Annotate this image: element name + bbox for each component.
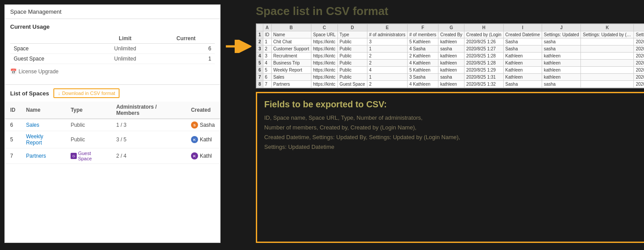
creator-cell: K Kathl xyxy=(191,136,215,143)
current-usage-section: Current Usage Limit Current Space Unlimi… xyxy=(5,19,220,84)
space-name[interactable]: Weekly Report xyxy=(21,131,65,148)
space-name[interactable]: Sales xyxy=(21,119,65,131)
csv-row-num: 1 xyxy=(257,31,263,38)
csv-download-button[interactable]: ↓ Download in CSV format xyxy=(53,88,120,98)
usage-limit: Unlimited xyxy=(93,54,157,64)
list-item: 43Recruitmenthttps://kintcPublic22 Kathl… xyxy=(257,53,644,60)
csv-cell: Kathleen xyxy=(503,74,542,81)
csv-cell: Business Trip xyxy=(271,60,311,67)
csv-table: ABCDEFGHIJKL 1IDNameSpace URLType# of ad… xyxy=(256,24,644,88)
csv-cell: 2020/8/25 1:26 xyxy=(464,38,504,45)
usage-table: Limit Current Space Unlimited 6 Guest Sp… xyxy=(10,34,215,64)
csv-cell: Created Datetime xyxy=(503,31,542,38)
csv-cell: kathleen xyxy=(438,60,464,67)
csv-cell: 2 xyxy=(367,53,407,60)
csv-cell: 2020/8/25 1:31 xyxy=(464,74,504,81)
csv-cell: 2020/8/25 2:10 xyxy=(634,45,644,53)
license-upgrade-link[interactable]: 📅 License Upgrade xyxy=(10,68,215,75)
table-row: 5 Weekly Report Public 3 / 5 K Kathl xyxy=(5,131,220,148)
csv-cell xyxy=(581,81,634,88)
csv-cell: 4 Kathleen xyxy=(407,60,438,67)
csv-cell: 5 xyxy=(263,67,271,74)
csv-download-label: Download in CSV format xyxy=(62,91,115,96)
csv-cell: Sasha xyxy=(503,38,542,45)
csv-cell: 2 Kathleen xyxy=(407,53,438,60)
csv-cell: 4 Sasha xyxy=(407,45,438,53)
csv-cell: Kathleen xyxy=(503,60,542,67)
csv-cell: Created By xyxy=(438,31,464,38)
csv-cell xyxy=(581,53,634,60)
list-item: 1IDNameSpace URLType# of administrators#… xyxy=(257,31,644,38)
col-id: ID xyxy=(5,102,21,119)
fields-title: Fields to be exported to CSV: xyxy=(264,99,644,110)
usage-current: 6 xyxy=(157,44,215,54)
space-name[interactable]: Partners xyxy=(21,148,65,164)
spaces-table: ID Name Type Administrators / Members Cr… xyxy=(5,102,220,164)
csv-cell xyxy=(581,60,634,67)
list-item: 87Partnershttps://kintcGuest Space24 Kat… xyxy=(257,81,644,88)
csv-cell: 7 xyxy=(263,81,271,88)
current-usage-heading: Current Usage xyxy=(10,23,215,30)
csv-col-header: G xyxy=(438,24,464,31)
csv-col-header: I xyxy=(503,24,542,31)
csv-cell xyxy=(581,45,634,53)
csv-cell xyxy=(581,74,634,81)
csv-cell xyxy=(581,67,634,74)
csv-cell: 2020/8/25 1:27 xyxy=(464,45,504,53)
csv-cell: https://kintc xyxy=(311,74,337,81)
csv-cell: kathleen xyxy=(542,67,581,74)
csv-cell: https://kintc xyxy=(311,38,337,45)
creator-name: Sasha xyxy=(200,122,215,128)
usage-label: Guest Space xyxy=(10,54,93,64)
csv-cell: Public xyxy=(337,60,367,67)
csv-cell: sasha xyxy=(438,45,464,53)
csv-cell: https://kintc xyxy=(311,53,337,60)
csv-cell: Type xyxy=(337,31,367,38)
csv-row-num: 8 xyxy=(257,81,263,88)
usage-limit: Unlimited xyxy=(93,44,157,54)
csv-cell: # of members xyxy=(407,31,438,38)
csv-row-num: 7 xyxy=(257,74,263,81)
csv-cell: sasha xyxy=(542,45,581,53)
usage-row: Guest Space Unlimited 1 xyxy=(10,54,215,64)
csv-col-header: K xyxy=(581,24,634,31)
csv-cell: Partners xyxy=(271,81,311,88)
list-item: 76Saleshttps://kintcPublic13 Sashasasha2… xyxy=(257,74,644,81)
space-id: 7 xyxy=(5,148,21,164)
csv-cell: Sales xyxy=(271,74,311,81)
list-item: 32Customer Supporthttps://kintcPublic14 … xyxy=(257,45,644,53)
csv-cell: 2 xyxy=(367,60,407,67)
table-row: 6 Sales Public 1 / 3 S Sasha xyxy=(5,119,220,131)
csv-col-header: J xyxy=(542,24,581,31)
list-item: 65Weekly Reporthttps://kintcPublic45 Kat… xyxy=(257,67,644,74)
csv-cell: Guest Space xyxy=(337,81,367,88)
col-type: Type xyxy=(65,102,111,119)
arrow-container xyxy=(225,40,251,53)
csv-cell: https://kintc xyxy=(311,60,337,67)
csv-cell: Settings: Updated by (Logi xyxy=(581,31,634,38)
csv-row-num: 6 xyxy=(257,67,263,74)
csv-cell: 2 xyxy=(263,45,271,53)
csv-table-wrapper: ABCDEFGHIJKL 1IDNameSpace URLType# of ad… xyxy=(256,23,644,88)
csv-cell: https://kintc xyxy=(311,81,337,88)
space-id: 6 xyxy=(5,119,21,131)
csv-cell: Name xyxy=(271,31,311,38)
right-panel: Space list in CSV format ABCDEFGHIJKL 1I… xyxy=(256,4,644,243)
left-panel: Space Management Current Usage Limit Cur… xyxy=(4,4,221,243)
space-type: Public xyxy=(65,119,111,131)
csv-cell: Space URL xyxy=(311,31,337,38)
usage-col-label xyxy=(10,34,93,44)
space-creator: K Kathl xyxy=(186,148,220,164)
csv-cell: 5 Kathleen xyxy=(407,67,438,74)
csv-cell: kathleen xyxy=(438,67,464,74)
csv-col-header: C xyxy=(311,24,337,31)
csv-cell: sasha xyxy=(542,38,581,45)
csv-cell: 1 xyxy=(367,45,407,53)
csv-cell: Recruitment xyxy=(271,53,311,60)
csv-row-num: 2 xyxy=(257,38,263,45)
usage-col-limit: Limit xyxy=(93,34,157,44)
creator-cell: K Kathl xyxy=(191,152,215,159)
fields-content: ID, Space name, Space URL, Type, Number … xyxy=(264,113,644,152)
usage-current: 1 xyxy=(157,54,215,64)
csv-row-num: 3 xyxy=(257,45,263,53)
